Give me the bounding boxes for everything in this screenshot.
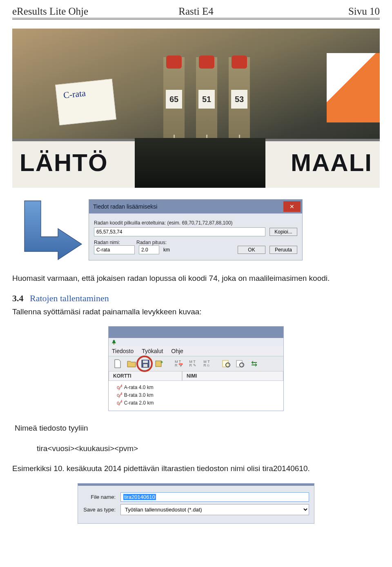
paragraph-4: tira<vuosi><kuukausi><pvm> (37, 443, 380, 454)
svg-rect-2 (143, 360, 148, 363)
name-input[interactable] (94, 245, 135, 254)
close-button[interactable]: ✕ (283, 201, 301, 212)
photo-orienteering-sticks: C-rata 65 51 53 LÄHTÖ MAALI (12, 29, 380, 188)
paragraph-5: Esimerkiksi 10. kesäkuuta 2014 pidettävä… (12, 463, 380, 474)
toolbar-icon-9[interactable] (235, 359, 245, 369)
arrow-shape (12, 199, 84, 260)
eresults-app-window: Tiedosto Työkalut Ohje M TR 📅 M TR ✎ M T… (108, 326, 284, 411)
open-folder-icon[interactable] (127, 359, 136, 369)
cancel-button[interactable]: Peruuta (270, 246, 297, 254)
course-icon: o╱z (117, 384, 122, 390)
course-icon: o╱z (117, 400, 122, 406)
svg-rect-7 (236, 360, 242, 367)
menu-file[interactable]: Tiedosto (112, 348, 134, 354)
header-rule (12, 19, 380, 20)
tree-item[interactable]: o╱zB-rata 3.0 km (117, 391, 281, 399)
tree-item[interactable]: o╱zC-rata 2.0 km (117, 399, 281, 407)
section-title: Ratojen tallentaminen (30, 293, 109, 303)
svg-rect-5 (223, 360, 228, 367)
paragraph-1: Huomasit varmaan, että jokaisen radan lo… (12, 273, 380, 284)
dialog-title: Tiedot radan lisäämiseksi (93, 203, 157, 210)
tree-icon (111, 339, 117, 345)
section-heading: 3.4 Ratojen tallentaminen (12, 293, 380, 304)
paragraph-2: Tallenna syöttämäsi radat painamalla lev… (12, 306, 380, 318)
stick-num-2: 51 (198, 90, 215, 109)
file-name-input[interactable]: tira20140610 (123, 494, 156, 500)
file-name-label: File name: (83, 494, 116, 500)
close-icon: ✕ (290, 203, 294, 210)
paragraph-3: Nimeä tiedosto tyyliin (15, 422, 380, 434)
length-input[interactable] (139, 245, 159, 254)
save-disk-icon[interactable] (140, 359, 150, 369)
file-save-dialog: File name: tira20140610 Save as type: Ty… (78, 483, 314, 524)
stick-num-1: 65 (166, 90, 182, 109)
col-header-2: NIMI (182, 371, 283, 381)
mtr-icon-3[interactable]: M TR ⦸ (202, 359, 212, 369)
col-header-1: KORTTI (109, 371, 182, 381)
section-num: 3.4 (12, 293, 24, 303)
length-label: Radan pituus: (136, 240, 167, 245)
mtr-icon-1[interactable]: M TR 📅 (174, 359, 184, 369)
tree-item[interactable]: o╱zA-rata 4.0 km (117, 383, 281, 391)
copy-button[interactable]: Kopioi... (270, 228, 297, 236)
photo-sign-left: LÄHTÖ (20, 149, 108, 177)
name-label: Radan nimi: (94, 240, 120, 245)
add-course-dialog: Tiedot radan lisäämiseksi ✕ Radan koodit… (89, 199, 303, 260)
file-type-select[interactable]: Työtilan tallennustiedostot (*.dat) (120, 504, 309, 515)
page-header: eResults Lite Ohje Rasti E4 Sivu 10 (12, 0, 380, 18)
header-left: eResults Lite Ohje (12, 6, 135, 18)
ok-button[interactable]: OK (238, 246, 265, 254)
course-icon: o╱z (117, 392, 122, 398)
toolbar-icon-8[interactable] (221, 359, 231, 369)
toolbar-icon-4[interactable] (154, 359, 164, 369)
svg-rect-0 (114, 343, 114, 345)
photo-sign-right: MAALI (291, 149, 372, 177)
stick-num-3: 53 (231, 90, 247, 109)
menu-help[interactable]: Ohje (171, 348, 183, 354)
file-type-label: Save as type: (83, 507, 116, 513)
toolbar-icon-10[interactable]: ⇆ (249, 359, 259, 369)
mtr-icon-2[interactable]: M TR ✎ (188, 359, 198, 369)
header-center: Rasti E4 (135, 6, 257, 18)
svg-rect-3 (143, 364, 147, 367)
new-file-icon[interactable] (113, 359, 122, 369)
km-unit: km (163, 247, 170, 253)
codes-input[interactable] (94, 227, 265, 236)
codes-label: Radan koodit pilkuilla eroteltuina: (esi… (94, 220, 297, 226)
header-right: Sivu 10 (257, 6, 380, 18)
menu-tools[interactable]: Työkalut (142, 348, 163, 354)
svg-rect-4 (156, 361, 161, 367)
